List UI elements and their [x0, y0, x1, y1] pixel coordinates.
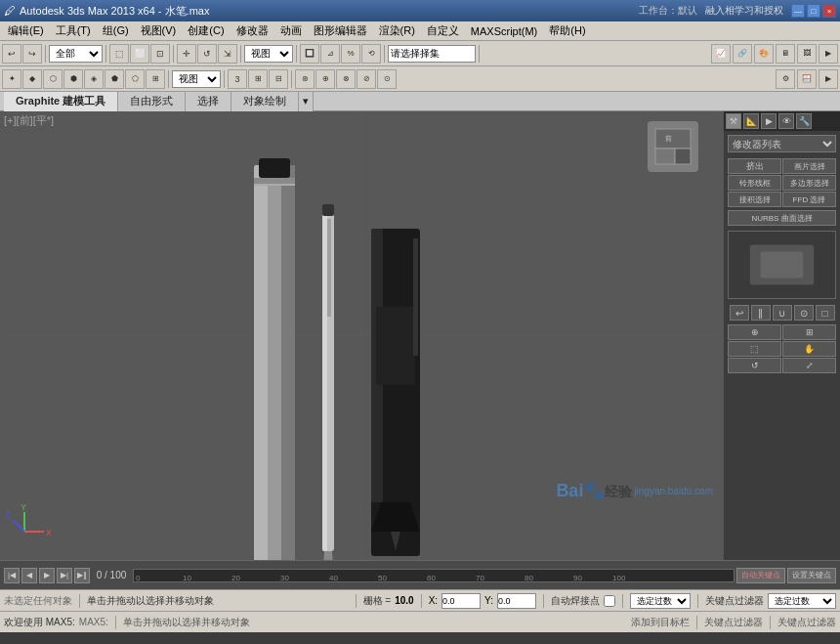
- rp-tab-hierarchy[interactable]: 📐: [743, 113, 759, 129]
- menu-modifier[interactable]: 修改器: [231, 21, 274, 40]
- status-selection-dropdown[interactable]: 选定过数: [630, 593, 691, 609]
- tb2-btn2[interactable]: ◆: [22, 69, 42, 89]
- rp-nav-camera[interactable]: □: [816, 305, 835, 321]
- select-button[interactable]: ⬚: [109, 44, 129, 64]
- menu-render[interactable]: 渲染(R): [373, 21, 421, 40]
- tb2-snap1[interactable]: 3: [228, 69, 247, 89]
- tl-prev-btn[interactable]: ◀: [21, 568, 37, 583]
- window-crossing-button[interactable]: ⊡: [150, 44, 170, 64]
- curve-editor-btn[interactable]: 📈: [711, 44, 731, 64]
- tl-start-btn[interactable]: |◀: [4, 568, 20, 583]
- status-x-input[interactable]: [441, 593, 481, 609]
- rp-btn-bell-select[interactable]: 铃形线框: [728, 175, 781, 191]
- rp-tab-display[interactable]: 👁: [778, 113, 794, 129]
- menu-create[interactable]: 创建(C): [182, 21, 230, 40]
- rp-btn-nurbs[interactable]: NURBS 曲面选择: [728, 210, 836, 226]
- pan-btn[interactable]: ✋: [782, 341, 836, 357]
- menu-edit[interactable]: 编辑(E): [2, 21, 50, 40]
- select-region-button[interactable]: ⬜: [130, 44, 149, 64]
- maximize-vp-btn[interactable]: ⤢: [782, 358, 836, 373]
- rp-btn-ffd[interactable]: FFD 选择: [782, 192, 836, 207]
- tb2-btn7[interactable]: ⬠: [125, 69, 145, 89]
- named-selection-input[interactable]: [388, 45, 476, 63]
- tb2-view-select[interactable]: 视图: [172, 70, 221, 88]
- status-y-input[interactable]: [497, 593, 536, 609]
- arc-rotate-btn[interactable]: ↺: [728, 358, 781, 373]
- menu-custom[interactable]: 自定义: [421, 21, 465, 40]
- menu-tools[interactable]: 工具(T): [50, 21, 97, 40]
- menu-grapheditor[interactable]: 图形编辑器: [308, 21, 373, 40]
- tl-end-btn[interactable]: ▶‖: [74, 568, 90, 583]
- status-filter-dropdown[interactable]: 选定过数: [768, 593, 836, 609]
- tb2-many3[interactable]: ⊗: [336, 69, 356, 89]
- tl-play-btn[interactable]: ▶: [39, 568, 55, 583]
- tl-next-btn[interactable]: ▶|: [57, 568, 72, 583]
- field-of-view-btn[interactable]: ⬚: [728, 341, 781, 357]
- tb2-snap3[interactable]: ⊟: [269, 69, 288, 89]
- menu-help[interactable]: 帮助(H): [543, 21, 591, 40]
- render2[interactable]: ▶: [819, 69, 838, 89]
- snap-angle-btn[interactable]: ⊿: [320, 44, 340, 64]
- filter-dropdown[interactable]: 全部: [49, 45, 103, 63]
- status-auto-weld-check[interactable]: [604, 595, 615, 607]
- menu-maxscript[interactable]: MAXScript(M): [465, 23, 543, 39]
- rp-btn-poly-select[interactable]: 多边形选择: [782, 175, 836, 191]
- graphite-tab-freeform[interactable]: 自由形式: [118, 92, 186, 111]
- snap-spinner-btn[interactable]: ⟲: [361, 44, 381, 64]
- render-frame-btn[interactable]: 🖼: [797, 44, 817, 64]
- tb2-many1[interactable]: ⊛: [295, 69, 315, 89]
- undo-button[interactable]: ↩: [2, 44, 21, 64]
- tb2-btn5[interactable]: ◈: [84, 69, 104, 89]
- view-dropdown[interactable]: 视图: [244, 45, 293, 63]
- schematic-btn[interactable]: 🔗: [733, 44, 752, 64]
- modifier-list-dropdown[interactable]: 修改器列表: [728, 135, 836, 152]
- rp-btn-vol-select[interactable]: 接积选择: [728, 192, 781, 207]
- tb2-snap2[interactable]: ⊞: [248, 69, 268, 89]
- snap-pct-btn[interactable]: %: [341, 44, 360, 64]
- rp-nav-pause[interactable]: ‖: [751, 305, 771, 321]
- tb2-many2[interactable]: ⊕: [315, 69, 335, 89]
- tb2-many4[interactable]: ⊘: [357, 69, 376, 89]
- auto-key-btn[interactable]: 自动关键点: [736, 568, 785, 583]
- render-btn[interactable]: ▶: [819, 44, 838, 64]
- close-button[interactable]: ×: [822, 4, 836, 18]
- render-setup-btn[interactable]: 🖥: [776, 44, 795, 64]
- rp-tab-modify[interactable]: ⚒: [726, 113, 741, 129]
- menu-group[interactable]: 组(G): [97, 21, 135, 40]
- rp-nav-back[interactable]: ↩: [730, 305, 749, 321]
- material-editor-btn[interactable]: 🎨: [754, 44, 774, 64]
- rotate-button[interactable]: ↺: [197, 44, 217, 64]
- snap-btn[interactable]: 🔲: [300, 44, 319, 64]
- move-button[interactable]: ✛: [177, 44, 196, 64]
- rp-tab-utilities[interactable]: 🔧: [796, 113, 812, 129]
- redo-button[interactable]: ↪: [22, 44, 42, 64]
- minimize-button[interactable]: —: [791, 4, 805, 18]
- rp-btn-patch-select[interactable]: 画片选择: [782, 158, 836, 174]
- tb2-btn4[interactable]: ⬢: [63, 69, 83, 89]
- zoom-all-btn[interactable]: ⊞: [782, 324, 836, 340]
- viewport[interactable]: [+][前][平*] 多边形建模: [0, 111, 723, 560]
- tb2-btn6[interactable]: ⬟: [105, 69, 124, 89]
- tb2-many5[interactable]: ⊙: [377, 69, 397, 89]
- menu-view[interactable]: 视图(V): [135, 21, 183, 40]
- scale-button[interactable]: ⇲: [218, 44, 237, 64]
- menu-animation[interactable]: 动画: [274, 21, 308, 40]
- graphite-tab-select[interactable]: 选择: [186, 92, 231, 111]
- rp-nav-render-tb[interactable]: ⊙: [794, 305, 814, 321]
- timeline-bar[interactable]: 0 10 20 30 40 50 60 70 80 90 100: [133, 569, 735, 582]
- tb2-btn8[interactable]: ⊞: [146, 69, 165, 89]
- render-setup2[interactable]: ⚙: [776, 69, 795, 89]
- graphite-tab-paint[interactable]: 对象绘制: [231, 92, 299, 111]
- rp-btn-extrude[interactable]: 挤出: [728, 158, 781, 174]
- graphite-tab-modeling[interactable]: Graphite 建模工具: [4, 92, 118, 111]
- maximize-button[interactable]: □: [807, 4, 820, 18]
- rp-tab-motion[interactable]: ▶: [761, 113, 777, 129]
- main-area: [+][前][平*] 多边形建模: [0, 111, 840, 560]
- tb2-btn3[interactable]: ⬡: [43, 69, 63, 89]
- rp-nav-union[interactable]: ∪: [773, 305, 792, 321]
- render-window2[interactable]: 🪟: [797, 69, 817, 89]
- set-key-btn[interactable]: 设置关键点: [787, 568, 836, 583]
- zoom-btn[interactable]: ⊕: [728, 324, 781, 340]
- graphite-tab-extra[interactable]: ▾: [299, 92, 314, 111]
- tb2-btn1[interactable]: ✦: [2, 69, 21, 89]
